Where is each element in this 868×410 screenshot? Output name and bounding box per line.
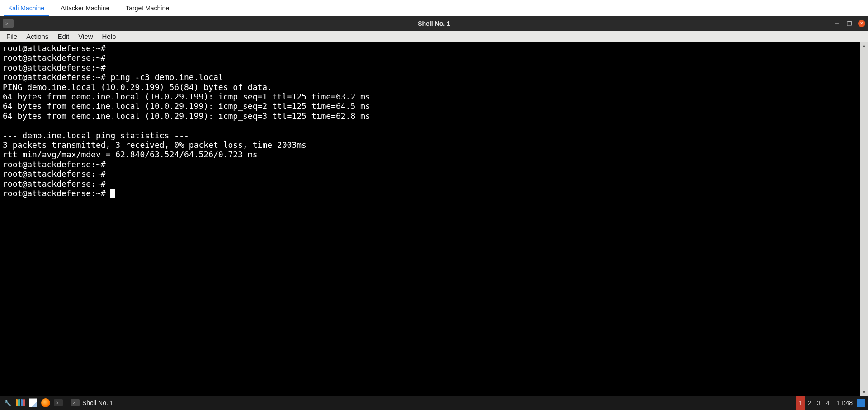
window-title: Shell No. 1	[418, 20, 450, 27]
menu-view[interactable]: View	[74, 33, 97, 40]
tab-label: Target Machine	[126, 5, 169, 12]
window-titlebar: >_ Shell No. 1 ━ ❐ ✕	[0, 16, 868, 31]
close-button[interactable]: ✕	[858, 20, 865, 27]
terminal-container: root@attackdefense:~# root@attackdefense…	[0, 42, 868, 396]
terminal-icon: >_	[71, 399, 80, 406]
minimize-button[interactable]: ━	[833, 19, 841, 28]
maximize-button[interactable]: ❐	[845, 19, 854, 28]
menu-edit[interactable]: Edit	[53, 33, 74, 40]
taskbar-clock[interactable]: 11:48	[832, 399, 857, 406]
tab-attacker-machine[interactable]: Attacker Machine	[52, 0, 118, 16]
workspace-2[interactable]: 2	[805, 396, 814, 410]
text-editor-icon[interactable]	[28, 398, 38, 408]
terminal-cursor	[110, 189, 115, 198]
scrollbar-down-arrow-icon[interactable]: ▾	[860, 388, 868, 396]
menu-file[interactable]: File	[2, 33, 22, 40]
workspace-1[interactable]: 1	[796, 396, 805, 410]
notification-tray-icon[interactable]	[857, 399, 865, 407]
tab-label: Attacker Machine	[61, 5, 109, 12]
taskbar-app-shell[interactable]: >_ Shell No. 1	[66, 396, 118, 409]
terminal[interactable]: root@attackdefense:~# root@attackdefense…	[0, 42, 860, 396]
taskbar-app-label: Shell No. 1	[82, 399, 113, 406]
scrollbar-up-arrow-icon[interactable]: ▴	[860, 42, 868, 49]
vertical-scrollbar[interactable]: ▴ ▾	[860, 42, 868, 396]
window-controls: ━ ❐ ✕	[833, 19, 865, 28]
firefox-icon[interactable]	[41, 398, 51, 408]
tab-target-machine[interactable]: Target Machine	[118, 0, 177, 16]
menubar: File Actions Edit View Help	[0, 31, 868, 42]
desktop-taskbar: >_ >_ Shell No. 1 1 2 3 4 11:48	[0, 396, 868, 410]
terminal-app-icon: >_	[3, 19, 14, 28]
launcher-icons: >_	[0, 398, 66, 408]
tools-icon[interactable]	[3, 398, 13, 408]
menu-actions[interactable]: Actions	[22, 33, 53, 40]
menu-help[interactable]: Help	[97, 33, 120, 40]
tab-kali-machine[interactable]: Kali Machine	[0, 0, 52, 16]
machine-tabs: Kali Machine Attacker Machine Target Mac…	[0, 0, 868, 16]
tab-label: Kali Machine	[8, 5, 44, 12]
workspace-3[interactable]: 3	[814, 396, 823, 410]
workspace-4[interactable]: 4	[823, 396, 832, 410]
files-icon[interactable]	[15, 398, 25, 408]
taskbar-right: 1 2 3 4 11:48	[796, 396, 868, 410]
terminal-launcher-icon[interactable]: >_	[53, 398, 63, 408]
